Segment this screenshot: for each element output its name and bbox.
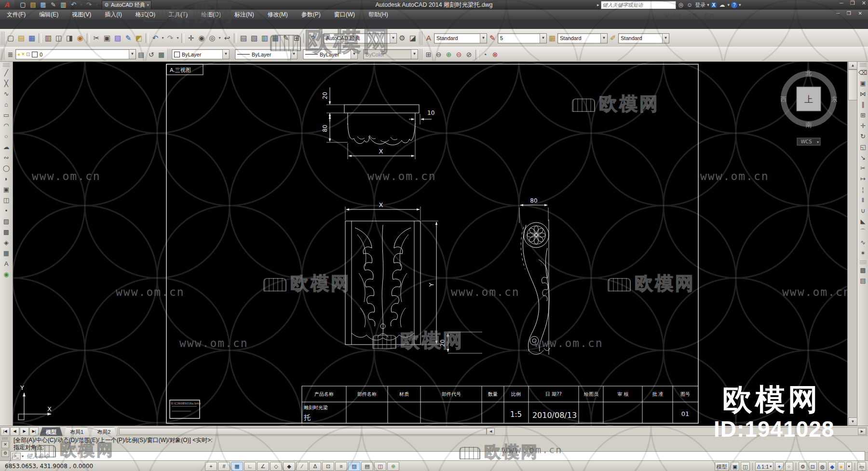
group-icon-3[interactable]: ⊕ — [444, 50, 454, 59]
open-icon[interactable]: ▤ — [16, 33, 27, 43]
text-style-icon[interactable]: A — [423, 33, 434, 43]
color-combo[interactable]: ByLayer ▼ — [172, 49, 230, 59]
plot-icon[interactable]: ▥ — [59, 0, 68, 9]
menu-item[interactable]: 帮助(H) — [362, 10, 395, 19]
annotation-monitor-toggle[interactable]: ⊕ — [387, 462, 399, 471]
copy-clip-icon[interactable]: ▣ — [102, 33, 112, 43]
close-button[interactable]: ✕ — [862, 0, 866, 6]
quick-view-drawings-icon[interactable]: ◫ — [741, 462, 749, 471]
explode-icon[interactable]: ✶ — [858, 248, 868, 258]
zoom-realtime-icon[interactable]: ◉ — [196, 33, 207, 43]
block-editor-icon[interactable]: ◩ — [134, 33, 144, 43]
table-style-combo[interactable]: Standard ▼ — [557, 33, 608, 43]
help-icon[interactable]: ? — [731, 2, 737, 8]
search-binoculars-icon[interactable]: ◎ — [678, 1, 684, 8]
chevron-down-icon[interactable]: ▼ — [222, 50, 229, 59]
revision-cloud-icon[interactable]: ☁ — [1, 142, 12, 152]
toolbar-grip[interactable] — [167, 49, 171, 60]
layer-previous-icon[interactable]: ↺ — [146, 50, 156, 59]
app-menu-button[interactable]: A — [0, 0, 14, 10]
chevron-down-icon[interactable]: ▼ — [540, 34, 546, 43]
array-icon[interactable]: ⊞ — [858, 110, 868, 120]
toolbar-lock-icon[interactable]: ⊡ — [809, 462, 817, 471]
command-history[interactable]: [全部(A)/中心(C)/动态(D)/范围(E)/上一个(P)/比例(S)/窗口… — [11, 436, 868, 453]
chevron-down-icon[interactable]: ▼ — [662, 34, 669, 43]
menu-item[interactable]: 标注(N) — [228, 10, 261, 19]
drawing-canvas[interactable]: A.三视图 20 80 10 — [13, 61, 847, 426]
close-panel-icon[interactable]: ✕ — [1, 441, 9, 448]
layer-on-icon[interactable]: ● — [17, 52, 20, 57]
save-as-icon[interactable]: ✎ — [49, 0, 58, 9]
gradient-icon[interactable]: ▩ — [1, 227, 12, 237]
tab-layout1[interactable]: 布局1 — [64, 427, 90, 436]
rotate-icon[interactable]: ↻ — [858, 131, 868, 141]
construction-line-icon[interactable]: ╳ — [1, 78, 12, 88]
dim-style-combo[interactable]: 5 ▼ — [498, 33, 547, 43]
mleader-style-combo[interactable]: Standard ▼ — [618, 33, 669, 43]
layer-properties-icon[interactable]: ≣ — [5, 50, 15, 59]
menu-item[interactable]: 插入(I) — [98, 10, 128, 19]
vertical-scrollbar[interactable]: ▲ ▼ — [847, 61, 857, 426]
sheet-set-manager-icon[interactable]: ▦ — [270, 33, 281, 43]
clean-screen-icon[interactable]: ▭ — [857, 462, 866, 471]
menu-item[interactable]: 格式(O) — [129, 10, 162, 19]
scroll-right-icon[interactable]: ▶ — [858, 428, 866, 435]
separator[interactable] — [87, 33, 90, 43]
separator[interactable] — [234, 33, 237, 43]
customize-wrench-icon[interactable]: ⚙ — [1, 450, 9, 457]
ellipse-arc-icon[interactable]: ◗ — [1, 174, 12, 184]
restore-button[interactable]: ❐ — [850, 0, 855, 6]
scroll-left-icon[interactable]: ◀ — [487, 428, 495, 435]
tab-nav-icon[interactable]: ▶ — [20, 427, 29, 436]
tool-palettes-icon[interactable]: ▥ — [259, 33, 270, 43]
break-at-point-icon[interactable]: ¦ — [858, 184, 868, 194]
region-icon[interactable]: ◈ — [1, 237, 12, 248]
lineweight-toggle[interactable]: ≡ — [335, 462, 347, 471]
cut-icon[interactable]: ✂ — [91, 33, 102, 43]
zoom-previous-icon[interactable]: ↩ — [222, 33, 232, 43]
annotation-visibility-icon[interactable]: ✦ — [775, 462, 783, 471]
transparency-toggle[interactable]: ▨ — [348, 462, 360, 471]
polyline-icon[interactable]: ∿ — [1, 89, 12, 99]
workspace-switcher[interactable]: ⚙ AutoCAD 经典 ▾ — [102, 0, 151, 10]
menu-item[interactable]: 窗口(W) — [327, 10, 362, 19]
workspace-switching-icon[interactable]: ⚙ — [799, 462, 807, 471]
chevron-down-icon[interactable]: ▼ — [390, 34, 396, 43]
separator[interactable] — [146, 33, 149, 43]
mirror-icon[interactable]: ⋈ — [858, 89, 868, 99]
model-space-button[interactable]: 模型 — [715, 462, 729, 471]
undo-icon[interactable]: ↶ — [69, 0, 78, 9]
mleader-style-icon[interactable]: ✐ — [608, 33, 618, 43]
toolbar-grip[interactable] — [3, 63, 10, 67]
horizontal-scrollbar[interactable]: ▶ ◀ — [118, 427, 867, 436]
qnew-icon[interactable]: ▢ — [5, 33, 16, 43]
signin-caret-icon[interactable]: ▾ — [707, 2, 709, 7]
group-icon-7[interactable]: ⊗ — [490, 50, 500, 59]
menu-item[interactable]: 文件(F) — [0, 10, 32, 19]
help-icon[interactable]: ? — [308, 33, 318, 43]
autodesk360-icon[interactable]: ☁ — [718, 1, 726, 8]
zoom-window-icon[interactable]: ◎ — [207, 33, 217, 43]
tab-layout2[interactable]: 布局2 — [91, 427, 117, 436]
chamfer-icon[interactable]: ◣ — [858, 216, 868, 226]
dynamic-ucs-toggle[interactable]: Δ — [309, 462, 321, 471]
copy-icon[interactable]: ▣ — [858, 78, 868, 88]
match-properties-icon[interactable]: ✎ — [123, 33, 134, 43]
export-dwf-icon[interactable]: ◉ — [75, 33, 85, 43]
multiline-text-icon[interactable]: A — [1, 259, 12, 269]
extend-icon[interactable]: ↦ — [858, 174, 868, 184]
text-style-combo[interactable]: Standard ▼ — [434, 33, 487, 43]
menu-item[interactable]: 编辑(E) — [32, 10, 65, 19]
workspace-settings-icon[interactable]: ⚙ — [397, 33, 407, 43]
table-icon[interactable]: ▦ — [1, 248, 12, 258]
workspace-combo[interactable]: AutoCAD 经典 ▼ — [324, 33, 397, 43]
toolbar-grip[interactable] — [231, 49, 234, 60]
lineweight-combo[interactable]: ByLayer ▼ — [303, 49, 358, 59]
redo-icon[interactable]: ↷ — [84, 0, 94, 9]
object-snap-toggle[interactable]: ◇ — [270, 462, 282, 471]
menu-item[interactable]: 修改(M) — [261, 10, 295, 19]
arc-icon[interactable]: ◠ — [1, 121, 12, 131]
paste-icon[interactable]: ▨ — [112, 33, 123, 43]
open-file-icon[interactable]: ▤ — [28, 0, 38, 9]
hardware-acceleration-icon[interactable]: ◍ — [818, 462, 827, 471]
